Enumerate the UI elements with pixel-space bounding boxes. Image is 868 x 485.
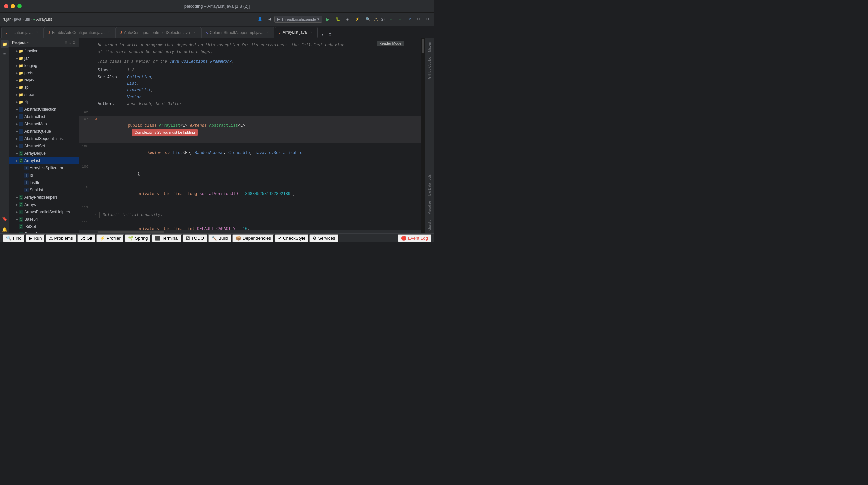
back-button[interactable]: ◀ xyxy=(266,16,273,22)
tree-item-abstractcollection[interactable]: ▶ I AbstractCollection xyxy=(9,106,79,113)
bookmarks-icon[interactable]: 🔖 xyxy=(1,215,9,223)
tree-item-zip[interactable]: ▶ 📁 zip xyxy=(9,98,79,106)
checkstyle-tab[interactable]: ✔ CheckStyle xyxy=(275,234,309,242)
linkedlist-link[interactable]: LinkedList xyxy=(127,88,151,93)
jclasslib-panel[interactable]: jclasslib xyxy=(428,218,431,233)
tree-item-abstractmap[interactable]: ▶ I AbstractMap xyxy=(9,120,79,128)
git-check[interactable]: ✓ xyxy=(388,16,396,22)
big-data-tools-panel[interactable]: Big Data Tools xyxy=(428,172,431,198)
tree-item-logging[interactable]: ▶ 📁 logging xyxy=(9,62,79,69)
tree-item-listitr[interactable]: I ListItr xyxy=(9,179,79,186)
vector-link[interactable]: Vector xyxy=(127,95,141,100)
tree-item-abstractsequential[interactable]: ▶ I AbstractSequentialList xyxy=(9,135,79,142)
structure-icon[interactable]: ≡ xyxy=(1,49,9,57)
git-tab[interactable]: ⎇ Git xyxy=(77,234,96,242)
code-scroll-area[interactable]: Reader Mode be wrong to write a program … xyxy=(79,38,421,230)
minimap-scrollbar[interactable] xyxy=(421,38,425,233)
tree-item-calendar[interactable]: ▶ C Calendar xyxy=(9,230,79,233)
tree-item-regex[interactable]: ▶ 📁 regex xyxy=(9,77,79,84)
list-link[interactable]: List xyxy=(127,82,136,86)
tab-settings-button[interactable]: ⚙ xyxy=(326,31,334,37)
project-icon[interactable]: 📁 xyxy=(1,40,9,48)
tab-close-button[interactable]: × xyxy=(309,30,313,35)
profiler-tab[interactable]: ⚡ Profiler xyxy=(96,234,124,242)
breadcrumb-item[interactable]: java xyxy=(14,17,21,22)
profiler-label: Profiler xyxy=(107,235,121,240)
run-tab[interactable]: ▶ Run xyxy=(26,234,45,242)
services-tab[interactable]: ⚙ Services xyxy=(309,234,338,242)
tree-item-arraylist[interactable]: ▶ C ArrayList xyxy=(9,157,79,164)
close-button[interactable] xyxy=(4,4,8,8)
problems-tab[interactable]: ⚠ Problems xyxy=(45,234,76,242)
tree-item-base64[interactable]: ▶ C Base64 xyxy=(9,216,79,223)
tree-item-jar[interactable]: ▶ 📁 jar xyxy=(9,55,79,62)
horizontal-scrollbar[interactable] xyxy=(79,230,421,233)
window-controls[interactable] xyxy=(4,4,22,8)
profile-button[interactable]: ⚡ xyxy=(352,16,362,22)
tab-auto-config[interactable]: J AutoConfigurationImportSelector.java × xyxy=(116,27,201,37)
tree-item-function[interactable]: ▶ 📁 function xyxy=(9,47,79,55)
maximize-button[interactable] xyxy=(17,4,22,8)
edit-icon[interactable]: ✏ xyxy=(95,211,97,218)
tab-close-button[interactable]: × xyxy=(107,30,111,35)
debug-button[interactable]: 🐛 xyxy=(333,16,343,22)
dependencies-label: Dependencies xyxy=(243,235,271,240)
tree-arrow: ▶ xyxy=(14,195,19,199)
tree-item-prefs[interactable]: ▶ 📁 prefs xyxy=(9,69,79,77)
github-copilot-panel[interactable]: GitHub Copilot xyxy=(428,55,431,81)
tree-item-abstractset[interactable]: ▶ I AbstractSet xyxy=(9,142,79,150)
tree-action-1[interactable]: ⊕ xyxy=(64,40,68,45)
more-tabs-button[interactable]: ▾ xyxy=(319,31,326,37)
run-button[interactable]: ▶ xyxy=(324,16,332,23)
event-log-tab[interactable]: 🔴 Event Log xyxy=(398,234,431,242)
java-collections-link[interactable]: Java Collections Framework xyxy=(169,59,231,64)
tree-item-arrays[interactable]: ▶ C Arrays xyxy=(9,201,79,208)
dependencies-tab[interactable]: 📦 Dependencies xyxy=(232,234,274,242)
visualize-panel[interactable]: Visualize xyxy=(428,199,431,216)
tree-item-sublist[interactable]: I SubList xyxy=(9,186,79,194)
tree-item-spi[interactable]: ▶ 📁 spi xyxy=(9,84,79,91)
class-icon: C xyxy=(19,158,23,163)
spring-tab[interactable]: 🌱 Spring xyxy=(125,234,151,242)
code-editor[interactable]: Reader Mode be wrong to write a program … xyxy=(79,38,421,233)
user-button[interactable]: 👤 xyxy=(255,16,265,22)
tree-item-stream[interactable]: ▶ 📁 stream xyxy=(9,91,79,98)
git-push[interactable]: ↗ xyxy=(406,16,413,22)
tab-close-button[interactable]: × xyxy=(35,30,39,35)
find-tab[interactable]: 🔍 Find xyxy=(3,234,25,242)
tree-item-abstractlist[interactable]: ▶ I AbstractList xyxy=(9,113,79,120)
tab-enable-auto[interactable]: J EnableAutoConfiguration.java × xyxy=(44,27,116,37)
build-tab[interactable]: 🔨 Build xyxy=(208,234,231,242)
tab-application[interactable]: J ...ication.java × xyxy=(1,27,43,37)
run-config[interactable]: ▶ ThreadLocalExample ▾ xyxy=(275,16,322,23)
tree-item-itr[interactable]: I Itr xyxy=(9,172,79,179)
git-check2[interactable]: ✓ xyxy=(397,16,404,22)
tree-item-bitset[interactable]: C BitSet xyxy=(9,223,79,230)
tree-item-abstractqueue[interactable]: ▶ I AbstractQueue xyxy=(9,128,79,135)
coverage-button[interactable]: ◈ xyxy=(344,16,351,22)
search-button[interactable]: 🔍 xyxy=(363,16,373,22)
notifications-icon[interactable]: 🔔 xyxy=(1,225,9,233)
tab-arraylist[interactable]: J ArrayList.java × xyxy=(275,27,318,37)
tree-item-arrayprefixhelpers[interactable]: ▶ C ArrayPrefixHelpers xyxy=(9,194,79,201)
git-revert[interactable]: ↺ xyxy=(415,16,422,22)
tree-action-3[interactable]: ⚙ xyxy=(72,40,76,45)
minimize-button[interactable] xyxy=(11,4,15,8)
spring-label: Spring xyxy=(135,235,148,240)
tree-item-arraydeque[interactable]: ▶ C ArrayDeque xyxy=(9,150,79,157)
maven-panel[interactable]: Maven xyxy=(428,40,431,54)
terminal-tab[interactable]: ⬛ Terminal xyxy=(152,234,182,242)
tab-close-button[interactable]: × xyxy=(266,30,270,35)
tree-item-arraylistspliterator[interactable]: I ArrayListSpliterator xyxy=(9,164,79,172)
git-action[interactable]: ✂ xyxy=(424,16,431,22)
tab-close-button[interactable]: × xyxy=(192,30,197,35)
tab-column-struct[interactable]: K ColumnStructMapperImpl.java × xyxy=(202,27,275,37)
breadcrumb-item[interactable]: ●ArrayList xyxy=(33,17,52,22)
collection-link[interactable]: Collection xyxy=(127,75,151,80)
todo-tab[interactable]: ☑ TODO xyxy=(183,234,207,242)
breadcrumb-item[interactable]: rt.jar xyxy=(3,17,11,22)
reader-mode-button[interactable]: Reader Mode xyxy=(376,40,404,46)
tree-item-arraysparallel[interactable]: ▶ C ArraysParallelSortHelpers xyxy=(9,208,79,216)
tree-action-2[interactable]: ↕ xyxy=(69,40,71,45)
breadcrumb-item[interactable]: util xyxy=(25,17,30,22)
